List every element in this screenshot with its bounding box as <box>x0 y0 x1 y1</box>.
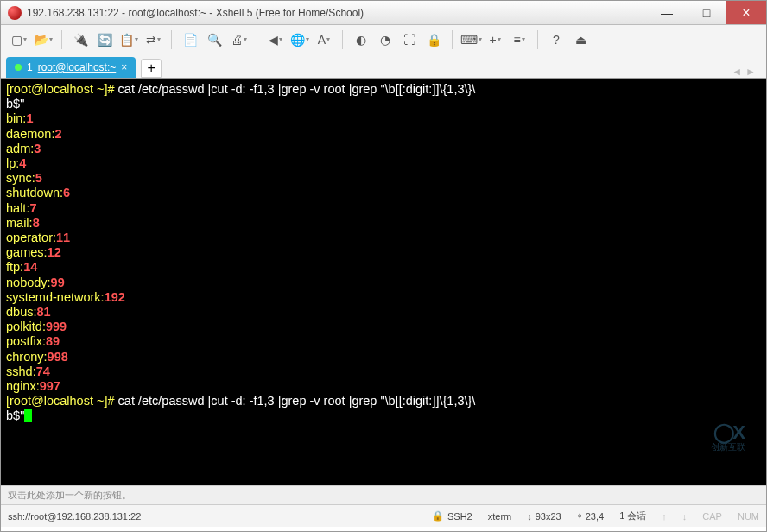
maximize-button[interactable]: □ <box>687 1 726 24</box>
list-button[interactable]: ≡ <box>510 30 529 49</box>
close-button[interactable]: × <box>726 1 766 24</box>
status-pos: ⌖ 23,4 <box>577 510 604 522</box>
tab-index: 1 <box>27 61 33 73</box>
tab-session[interactable]: 1 root@localhost:~ × <box>6 57 136 78</box>
help-button[interactable]: ? <box>547 30 566 49</box>
status-cap: CAP <box>702 511 722 522</box>
status-bar: ssh://root@192.168.238.131:22 🔒 SSH2 xte… <box>1 504 766 527</box>
status-term: xterm <box>488 511 512 522</box>
terminal[interactable]: [root@localhost ~]# cat /etc/passwd |cut… <box>1 79 766 485</box>
script-button[interactable]: ◔ <box>376 30 395 49</box>
transfer-button[interactable]: ⇄ <box>143 30 162 49</box>
status-num: NUM <box>738 511 759 522</box>
status-dot-icon <box>15 64 22 71</box>
status-sessions: 1 会话 <box>619 510 646 522</box>
keyboard-button[interactable]: ⌨ <box>461 30 480 49</box>
hint-bar[interactable]: 双击此处添加一个新的按钮。 <box>1 485 766 504</box>
web-button[interactable]: 🌐 <box>290 30 309 49</box>
lock-button[interactable]: 🔒 <box>424 30 443 49</box>
color-button[interactable]: ◐ <box>352 30 371 49</box>
tabbar: 1 root@localhost:~ × + ◄ ► <box>1 54 766 79</box>
reconnect-button[interactable]: 🔄 <box>95 30 114 49</box>
find-button[interactable]: 🔍 <box>205 30 224 49</box>
new-session-button[interactable]: ▢ <box>10 30 29 49</box>
print-button[interactable]: 🖨 <box>229 30 248 49</box>
tab-next-button[interactable]: ► <box>745 66 756 78</box>
status-up: ↑ <box>662 511 667 522</box>
status-address: ssh://root@192.168.238.131:22 <box>8 511 141 522</box>
status-down: ↓ <box>682 511 688 522</box>
tab-label: root@localhost:~ <box>38 61 117 73</box>
tab-prev-button[interactable]: ◄ <box>732 66 742 78</box>
minimize-button[interactable]: — <box>647 1 687 24</box>
app-logo-icon <box>8 6 22 20</box>
fullscreen-button[interactable]: ⛶ <box>400 30 419 49</box>
window-title: 192.168.238.131:22 - root@localhost:~ - … <box>27 7 647 19</box>
tab-close-icon[interactable]: × <box>121 61 127 73</box>
titlebar: 192.168.238.131:22 - root@localhost:~ - … <box>1 1 766 25</box>
exit-button[interactable]: ⏏ <box>571 30 590 49</box>
open-button[interactable]: 📂 <box>34 30 53 49</box>
copy-button[interactable]: 📄 <box>181 30 200 49</box>
status-size: ↕ 93x23 <box>527 511 561 522</box>
status-ssh: 🔒 SSH2 <box>432 510 472 522</box>
properties-button[interactable]: 📋 <box>119 30 138 49</box>
add-button[interactable]: + <box>485 30 504 49</box>
new-tab-button[interactable]: + <box>141 59 162 78</box>
connect-button[interactable]: 🔌 <box>71 30 90 49</box>
watermark: ◯X 创新互联 <box>694 425 763 459</box>
back-button[interactable]: ◀ <box>266 30 285 49</box>
toolbar: ▢ 📂 🔌 🔄 📋 ⇄ 📄 🔍 🖨 ◀ 🌐 A ◐ ◔ ⛶ 🔒 ⌨ + ≡ ? … <box>1 25 766 54</box>
font-button[interactable]: A <box>314 30 333 49</box>
